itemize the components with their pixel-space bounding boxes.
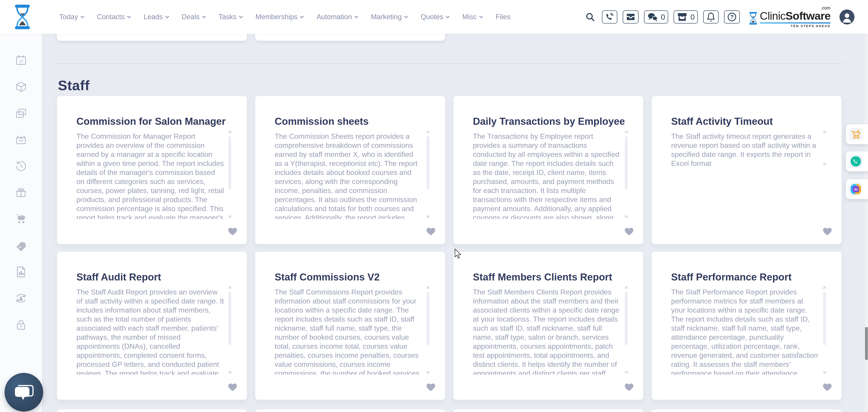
scroll-up-icon[interactable] bbox=[228, 286, 232, 289]
scroll-up-icon[interactable] bbox=[426, 130, 430, 133]
phone-circle-icon bbox=[850, 156, 861, 166]
favorite-heart-icon[interactable] bbox=[228, 383, 237, 391]
favorite-heart-icon[interactable] bbox=[625, 228, 633, 235]
card-scrollbar bbox=[822, 286, 828, 374]
report-card-staff-performance-report[interactable]: Staff Performance Report The Staff Perfo… bbox=[652, 252, 842, 400]
sidebar-lock-icon[interactable] bbox=[14, 318, 28, 331]
nav-label: Quotes bbox=[421, 13, 443, 21]
sidebar-price-tag-icon[interactable]: $ bbox=[14, 239, 28, 252]
floating-ai-button[interactable]: AI bbox=[846, 179, 868, 199]
scroll-up-icon[interactable] bbox=[426, 286, 430, 289]
notifications-button[interactable] bbox=[703, 10, 719, 24]
sidebar-cart-icon[interactable] bbox=[14, 213, 28, 226]
scroll-thumb[interactable] bbox=[625, 136, 628, 189]
nav-item-files[interactable]: Files bbox=[496, 13, 510, 21]
report-card-daily-transactions-by-employee[interactable]: Daily Transactions by Employee The Trans… bbox=[454, 96, 643, 244]
phone-button[interactable] bbox=[602, 10, 617, 24]
scroll-down-icon[interactable] bbox=[624, 216, 629, 219]
scroll-up-icon[interactable] bbox=[822, 286, 827, 289]
live-chat-button[interactable] bbox=[4, 373, 43, 412]
report-card-staff-commissions-v2[interactable]: Staff Commissions V2 The Staff Commissio… bbox=[255, 252, 445, 400]
scroll-down-icon[interactable] bbox=[228, 371, 232, 374]
scroll-up-icon[interactable] bbox=[624, 286, 629, 289]
brand-tagline: TEN STEPS AHEAD bbox=[760, 24, 831, 28]
messages-button[interactable]: 0 bbox=[644, 10, 668, 24]
sidebar-calendar-icon[interactable]: 12 bbox=[14, 54, 28, 67]
scroll-down-icon[interactable] bbox=[228, 216, 232, 219]
report-card-staff-members-clients-report[interactable]: Staff Members Clients Report The Staff M… bbox=[454, 252, 643, 400]
scroll-up-icon[interactable] bbox=[228, 130, 232, 133]
favorite-heart-icon[interactable] bbox=[228, 228, 237, 235]
scroll-thumb[interactable] bbox=[427, 292, 430, 345]
help-button[interactable]: ? bbox=[724, 10, 740, 24]
scroll-up-icon[interactable] bbox=[822, 130, 827, 133]
scroll-thumb[interactable] bbox=[625, 292, 628, 345]
report-card-commission-for-salon-manager[interactable]: Commission for Salon Manager The Commiss… bbox=[57, 96, 247, 244]
nav-item-tasks[interactable]: Tasks bbox=[219, 13, 243, 21]
scroll-down-icon[interactable] bbox=[822, 163, 827, 166]
card-scrollbar bbox=[822, 130, 828, 166]
chevron-down-icon bbox=[81, 16, 84, 18]
chevron-down-icon bbox=[404, 16, 408, 18]
nav-label: Today bbox=[59, 13, 78, 21]
nav-item-quotes[interactable]: Quotes bbox=[421, 13, 450, 21]
favorite-heart-icon[interactable] bbox=[427, 383, 435, 391]
scroll-down-icon[interactable] bbox=[624, 371, 629, 374]
scroll-up-icon[interactable] bbox=[624, 130, 629, 133]
nav-item-misc[interactable]: Misc bbox=[462, 13, 483, 21]
sidebar-shopping-bag-icon[interactable] bbox=[14, 133, 28, 146]
user-avatar[interactable] bbox=[839, 9, 855, 24]
calendar-day-label: 12 bbox=[19, 59, 23, 64]
scroll-down-icon[interactable] bbox=[426, 216, 430, 219]
floating-call-button[interactable] bbox=[846, 151, 868, 171]
brand-hourglass-icon bbox=[748, 9, 758, 27]
card-title: Commission for Salon Manager bbox=[76, 116, 227, 127]
user-icon bbox=[839, 9, 855, 24]
clinicsoftware-logo[interactable]: .com ClinicSoftware TEN STEPS AHEAD bbox=[748, 6, 831, 28]
sidebar-package-icon[interactable] bbox=[14, 80, 28, 93]
sidebar-history-icon[interactable] bbox=[14, 160, 28, 173]
report-card-commission-sheets[interactable]: Commission sheets The Commission Sheets … bbox=[255, 96, 445, 244]
favorite-heart-icon[interactable] bbox=[427, 228, 435, 235]
partial-card[interactable] bbox=[454, 410, 643, 412]
favorite-heart-icon[interactable] bbox=[823, 228, 832, 235]
nav-item-memberships[interactable]: Memberships bbox=[255, 13, 304, 21]
shop-button[interactable]: 0 bbox=[674, 10, 698, 24]
nav-item-leads[interactable]: Leads bbox=[144, 13, 169, 21]
report-card-staff-activity-timeout[interactable]: Staff Activity Timeout The Staff activit… bbox=[652, 96, 842, 244]
sidebar-report-icon[interactable] bbox=[14, 265, 28, 279]
scroll-down-icon[interactable] bbox=[822, 371, 827, 374]
sidebar-gift-icon[interactable] bbox=[14, 186, 28, 199]
sidebar-client-sync-icon[interactable] bbox=[14, 292, 28, 305]
floating-shop-button[interactable] bbox=[846, 124, 868, 144]
favorite-heart-icon[interactable] bbox=[625, 383, 633, 391]
scroll-thumb[interactable] bbox=[823, 292, 826, 345]
report-card-staff-audit-report[interactable]: Staff Audit Report The Staff Audit Repor… bbox=[57, 252, 247, 400]
scroll-down-icon[interactable] bbox=[426, 371, 430, 374]
search-icon[interactable] bbox=[585, 12, 595, 22]
brand-text: .com ClinicSoftware TEN STEPS AHEAD bbox=[760, 6, 831, 28]
ai-icon: AI bbox=[850, 184, 861, 194]
nav-item-marketing[interactable]: Marketing bbox=[371, 13, 408, 21]
scroll-thumb[interactable] bbox=[228, 292, 231, 345]
partial-card[interactable] bbox=[57, 410, 247, 412]
card-description: The Staff Members Clients Report provide… bbox=[473, 287, 621, 375]
nav-item-deals[interactable]: Deals bbox=[182, 13, 206, 21]
nav-item-today[interactable]: Today bbox=[59, 13, 84, 21]
nav-item-automation[interactable]: Automation bbox=[316, 13, 358, 21]
page-scrollbar-track[interactable] bbox=[865, 0, 868, 412]
chevron-down-icon bbox=[354, 16, 358, 18]
card-scrollbar bbox=[623, 286, 629, 374]
inbox-button[interactable] bbox=[623, 10, 639, 24]
sidebar-copy-icon[interactable] bbox=[14, 107, 28, 120]
favorite-heart-icon[interactable] bbox=[823, 383, 832, 391]
nav-item-contacts[interactable]: Contacts bbox=[97, 13, 131, 21]
app-logo-hourglass-icon[interactable] bbox=[13, 4, 32, 30]
scroll-thumb[interactable] bbox=[228, 136, 231, 189]
partial-card[interactable] bbox=[652, 410, 842, 412]
page-scrollbar-thumb[interactable] bbox=[865, 327, 868, 360]
scroll-thumb[interactable] bbox=[427, 136, 430, 189]
partial-card[interactable] bbox=[255, 410, 445, 412]
top-bar: Today Contacts Leads Deals Tasks Members… bbox=[0, 0, 868, 34]
question-icon: ? bbox=[727, 12, 737, 22]
